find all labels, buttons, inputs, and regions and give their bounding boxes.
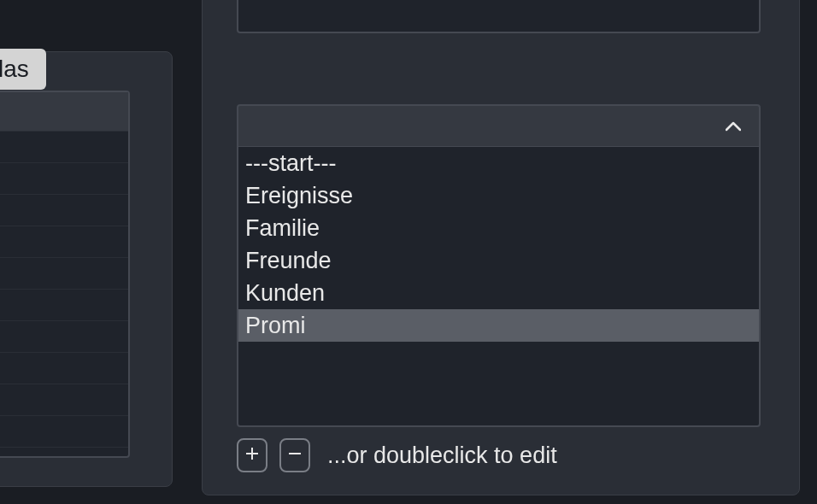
listbox-header[interactable] xyxy=(237,104,761,146)
list-item[interactable]: Familie xyxy=(238,212,759,244)
list-item[interactable] xyxy=(0,416,128,448)
edit-hint-text: ...or doubleclick to edit xyxy=(327,442,557,469)
listbox-empty-area xyxy=(238,342,759,420)
left-panel-listbox[interactable] xyxy=(0,91,130,458)
left-panel-tab-label: ate atlas xyxy=(0,56,29,82)
left-panel-tab[interactable]: ate atlas xyxy=(0,49,46,90)
list-item[interactable]: Promi xyxy=(238,309,759,342)
category-listbox: ---start--- Ereignisse Familie Freunde K… xyxy=(237,104,761,427)
list-item[interactable]: Freunde xyxy=(238,244,759,277)
list-item-label: Promi xyxy=(245,313,306,339)
list-item[interactable] xyxy=(0,226,128,258)
list-item[interactable] xyxy=(0,163,128,195)
remove-button[interactable] xyxy=(279,438,310,472)
list-item[interactable]: ---start--- xyxy=(238,147,759,179)
top-textbox[interactable] xyxy=(237,0,761,33)
list-item-label: Kunden xyxy=(245,280,325,307)
list-item[interactable]: Kunden xyxy=(238,277,759,309)
list-item[interactable] xyxy=(0,353,128,384)
plus-icon xyxy=(244,446,260,465)
list-item[interactable] xyxy=(0,258,128,290)
list-item[interactable]: Ereignisse xyxy=(238,179,759,212)
add-button[interactable] xyxy=(237,438,267,472)
list-item-label: Familie xyxy=(245,215,320,242)
chevron-up-icon[interactable] xyxy=(725,118,742,135)
list-item-label: ---start--- xyxy=(245,150,336,177)
minus-icon xyxy=(287,446,303,465)
listbox-body: ---start--- Ereignisse Familie Freunde K… xyxy=(237,146,761,427)
list-item[interactable] xyxy=(0,132,128,163)
list-item[interactable] xyxy=(0,321,128,353)
list-item[interactable] xyxy=(0,384,128,416)
listbox-controls: ...or doubleclick to edit xyxy=(237,438,557,472)
list-item[interactable] xyxy=(0,92,128,132)
list-item-label: Freunde xyxy=(245,248,332,274)
list-item-label: Ereignisse xyxy=(245,183,353,209)
list-item[interactable] xyxy=(0,195,128,226)
list-item[interactable] xyxy=(0,290,128,321)
